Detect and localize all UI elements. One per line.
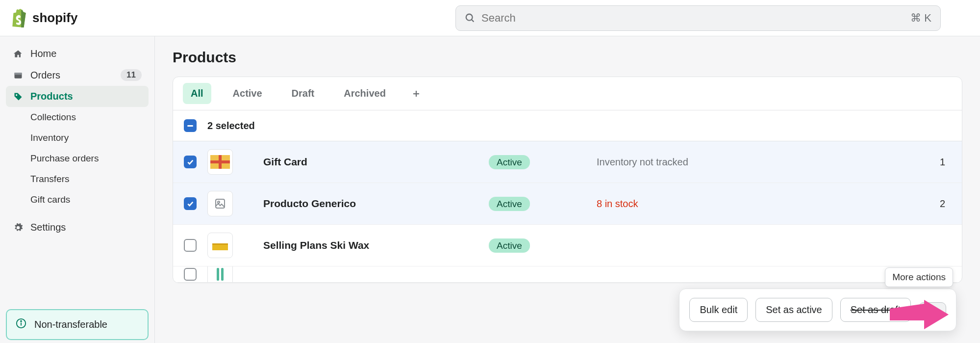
inventory-text: Inventory not tracked — [597, 157, 917, 168]
product-name: Selling Plans Ski Wax — [263, 239, 489, 251]
snowboard-thumb-icon — [213, 267, 227, 282]
product-thumbnail — [207, 149, 233, 175]
orders-badge: 11 — [121, 69, 142, 81]
check-icon — [186, 200, 194, 208]
svg-point-0 — [466, 14, 473, 20]
product-thumbnail — [207, 191, 233, 216]
set-draft-button[interactable]: Set as draft — [840, 298, 911, 322]
tab-active[interactable]: Active — [225, 83, 270, 104]
product-name: Producto Generico — [263, 198, 489, 210]
product-row[interactable]: Gift Card Active Inventory not tracked 1 — [173, 141, 962, 183]
bulk-edit-button[interactable]: Bulk edit — [689, 298, 748, 322]
svg-point-19 — [927, 309, 930, 311]
gift-card-thumb-icon — [210, 155, 230, 169]
bulk-action-bar: More actions Bulk edit Set as active Set… — [679, 289, 956, 331]
svg-rect-3 — [15, 73, 22, 75]
svg-point-20 — [931, 309, 934, 311]
nav-settings[interactable]: Settings — [6, 217, 149, 238]
product-name: Gift Card — [263, 156, 489, 168]
tabs-bar: All Active Draft Archived — [173, 77, 962, 110]
svg-point-21 — [936, 309, 938, 311]
tab-draft[interactable]: Draft — [284, 83, 323, 104]
callout-non-transferable: Non-transferable — [6, 309, 149, 340]
selection-row: 2 selected — [173, 110, 962, 141]
svg-line-1 — [472, 19, 474, 22]
status-badge: Active — [489, 238, 530, 253]
main-content: Products All Active Draft Archived 2 sel… — [155, 36, 980, 343]
brand-text: shopify — [32, 10, 77, 26]
check-icon — [186, 158, 194, 166]
nav-collections[interactable]: Collections — [6, 107, 149, 128]
nav-inventory[interactable]: Inventory — [6, 128, 149, 148]
plus-icon — [412, 89, 421, 98]
row-checkbox[interactable] — [184, 156, 197, 168]
nav-products[interactable]: Products — [6, 86, 149, 107]
product-row[interactable]: Producto Generico Active 8 in stock 2 — [173, 183, 962, 225]
set-active-button[interactable]: Set as active — [755, 298, 832, 322]
add-tab-button[interactable] — [407, 85, 425, 103]
svg-point-7 — [21, 321, 22, 322]
row-checkbox[interactable] — [184, 239, 197, 252]
topbar: shopify ⌘ K — [0, 0, 980, 36]
search-icon — [465, 13, 476, 24]
qty-text: 2 — [917, 198, 951, 210]
gear-icon — [13, 222, 24, 233]
product-thumbnail — [207, 233, 233, 258]
home-icon — [13, 49, 24, 59]
search-input[interactable] — [481, 12, 905, 25]
search-wrap: ⌘ K — [455, 5, 941, 31]
svg-rect-16 — [212, 243, 228, 245]
qty-text: 1 — [917, 157, 951, 168]
svg-rect-13 — [216, 199, 225, 208]
products-icon — [13, 91, 24, 102]
search-box[interactable]: ⌘ K — [455, 5, 941, 31]
more-actions-tooltip: More actions — [885, 267, 953, 287]
svg-rect-18 — [221, 268, 224, 281]
svg-point-14 — [218, 201, 220, 203]
product-thumbnail — [207, 266, 233, 283]
nav-purchase-orders[interactable]: Purchase orders — [6, 148, 149, 169]
nav-label: Home — [30, 48, 56, 59]
nav-gift-cards[interactable]: Gift cards — [6, 189, 149, 210]
status-badge: Active — [489, 155, 530, 169]
sidebar: Home Orders 11 Products Collections Inve… — [0, 36, 155, 343]
product-row[interactable] — [173, 266, 962, 283]
inventory-text: 8 in stock — [597, 198, 917, 210]
orders-icon — [13, 70, 24, 80]
nav-label: Orders — [30, 70, 60, 81]
nav-transfers[interactable]: Transfers — [6, 169, 149, 189]
nav-label: Products — [30, 91, 73, 102]
products-card: All Active Draft Archived 2 selected Gif… — [173, 77, 962, 283]
tab-all[interactable]: All — [183, 83, 211, 104]
image-placeholder-icon — [214, 198, 226, 210]
svg-rect-12 — [210, 160, 230, 163]
selection-text: 2 selected — [207, 120, 255, 132]
search-shortcut: ⌘ K — [910, 12, 931, 25]
ellipsis-icon — [927, 309, 938, 312]
callout-text: Non-transferable — [34, 319, 107, 330]
nav-label: Settings — [30, 222, 66, 233]
row-checkbox[interactable] — [184, 197, 197, 210]
page-title: Products — [173, 49, 962, 66]
tab-archived[interactable]: Archived — [336, 83, 394, 104]
status-badge: Active — [489, 197, 530, 211]
info-icon — [16, 318, 26, 331]
more-actions-button[interactable] — [919, 302, 946, 318]
nav-home[interactable]: Home — [6, 43, 149, 64]
nav-orders[interactable]: Orders 11 — [6, 64, 149, 86]
product-row[interactable]: Selling Plans Ski Wax Active — [173, 225, 962, 266]
svg-rect-17 — [217, 268, 219, 281]
row-checkbox[interactable] — [184, 268, 197, 281]
wax-thumb-icon — [211, 239, 229, 251]
select-all-checkbox[interactable] — [184, 119, 197, 132]
shopify-bag-icon — [10, 9, 28, 27]
svg-point-4 — [16, 94, 17, 96]
shopify-logo[interactable]: shopify — [10, 9, 77, 27]
